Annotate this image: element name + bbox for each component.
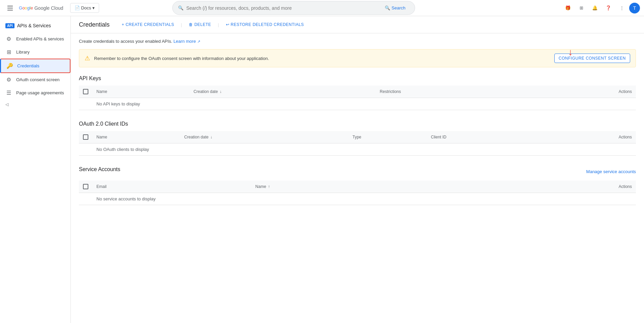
manage-service-accounts-link[interactable]: Manage service accounts bbox=[586, 169, 636, 174]
oauth-select-all-checkbox[interactable] bbox=[83, 134, 88, 140]
api-keys-empty-row: No API keys to display bbox=[79, 98, 636, 110]
sidebar-item-library[interactable]: ⊞ Library bbox=[0, 45, 70, 59]
docs-icon: 📄 bbox=[75, 5, 80, 10]
sa-email-header: Email bbox=[92, 181, 251, 193]
nav-left: Google Google Cloud 📄 Docs ▾ bbox=[4, 2, 99, 14]
sort-icon: ↓ bbox=[219, 89, 222, 94]
collapse-icon: ◁ bbox=[5, 102, 8, 107]
restore-icon: ↩ bbox=[226, 22, 230, 27]
learn-more-link[interactable]: Learn more ↗ bbox=[173, 39, 200, 44]
google-logo-g: Google bbox=[19, 5, 33, 10]
oauth-client-id-header: Client ID bbox=[427, 131, 536, 143]
api-keys-title: API Keys bbox=[79, 75, 636, 82]
sidebar-item-page-usage[interactable]: ☰ Page usage agreements bbox=[0, 86, 70, 99]
sa-name-header[interactable]: Name ↑ bbox=[251, 181, 449, 193]
oauth-sort-icon: ↓ bbox=[210, 135, 212, 139]
warning-banner: ⚠ Remember to configure the OAuth consen… bbox=[79, 49, 636, 67]
restore-credentials-button[interactable]: ↩ RESTORE DELETED CREDENTIALS bbox=[222, 20, 308, 29]
hamburger-button[interactable] bbox=[4, 2, 16, 14]
page-header: Credentials + CREATE CREDENTIALS | 🗑 DEL… bbox=[71, 16, 644, 33]
sa-actions-header: Actions bbox=[449, 181, 636, 193]
api-keys-checkbox-header bbox=[79, 86, 92, 98]
api-keys-creation-date-header[interactable]: Creation date ↓ bbox=[189, 86, 376, 98]
oauth-icon: ⚙ bbox=[5, 76, 12, 83]
search-input[interactable] bbox=[186, 5, 381, 11]
search-button-icon: 🔍 bbox=[385, 5, 390, 10]
google-cloud-logo[interactable]: Google Google Cloud bbox=[19, 5, 63, 11]
oauth-clients-empty-row: No OAuth clients to display bbox=[79, 143, 636, 156]
docs-label: Docs bbox=[81, 5, 91, 10]
info-text: Create credentials to access your enable… bbox=[79, 39, 636, 44]
avatar[interactable]: T bbox=[629, 3, 640, 13]
oauth-clients-title: OAuth 2.0 Client IDs bbox=[79, 121, 636, 127]
help-button[interactable]: ❓ bbox=[602, 2, 614, 14]
page-title: Credentials bbox=[79, 21, 110, 28]
oauth-checkbox-header bbox=[79, 131, 92, 143]
api-keys-select-all-checkbox[interactable] bbox=[83, 89, 88, 94]
delete-label: DELETE bbox=[194, 22, 211, 27]
configure-consent-screen-button[interactable]: CONFIGURE CONSENT SCREEN bbox=[554, 54, 630, 63]
sidebar-item-oauth-consent[interactable]: ⚙ OAuth consent screen bbox=[0, 73, 70, 86]
gift-button[interactable]: 🎁 bbox=[562, 2, 574, 14]
cloud-text: Google Cloud bbox=[34, 5, 63, 11]
sa-empty-text: No service accounts to display bbox=[92, 193, 636, 205]
warning-text: Remember to configure the OAuth consent … bbox=[94, 56, 269, 61]
sa-sort-icon: ↑ bbox=[268, 184, 270, 189]
sidebar-item-label: Page usage agreements bbox=[16, 90, 64, 95]
dashboard-button[interactable]: ⊞ bbox=[575, 2, 587, 14]
sidebar-item-enabled-apis[interactable]: ⚙ Enabled APIs & services bbox=[0, 32, 70, 45]
search-button-label: Search bbox=[391, 5, 405, 10]
sidebar-item-label: Credentials bbox=[17, 63, 39, 68]
restore-label: RESTORE DELETED CREDENTIALS bbox=[231, 22, 304, 27]
sidebar-item-credentials[interactable]: 🔑 Credentials bbox=[0, 59, 70, 73]
search-button[interactable]: 🔍 Search bbox=[381, 3, 409, 12]
oauth-actions-header: Actions bbox=[536, 131, 636, 143]
docs-chevron-icon: ▾ bbox=[92, 5, 95, 10]
notifications-button[interactable]: 🔔 bbox=[589, 2, 601, 14]
configure-btn-container: ↓ CONFIGURE CONSENT SCREEN bbox=[554, 54, 630, 63]
search-icon: 🔍 bbox=[178, 5, 183, 10]
api-keys-empty-text: No API keys to display bbox=[92, 98, 636, 110]
delete-button[interactable]: 🗑 DELETE bbox=[185, 20, 215, 29]
learn-more-label: Learn more bbox=[173, 39, 196, 44]
api-keys-table-body: No API keys to display bbox=[79, 98, 636, 110]
oauth-clients-table-header: Name Creation date ↓ Type Client ID bbox=[79, 131, 636, 143]
sidebar-item-label: Enabled APIs & services bbox=[16, 36, 64, 41]
library-icon: ⊞ bbox=[5, 49, 12, 55]
sidebar-collapse-button[interactable]: ◁ bbox=[0, 99, 70, 109]
enabled-apis-icon: ⚙ bbox=[5, 36, 12, 42]
api-keys-actions-header: Actions bbox=[526, 86, 636, 98]
oauth-name-header[interactable]: Name bbox=[92, 131, 180, 143]
content-body: Create credentials to access your enable… bbox=[71, 33, 644, 221]
oauth-clients-empty-text: No OAuth clients to display bbox=[92, 143, 636, 156]
nav-right: 🎁 ⊞ 🔔 ❓ ⋮ T bbox=[562, 2, 640, 14]
main-content: Credentials + CREATE CREDENTIALS | 🗑 DEL… bbox=[71, 16, 644, 323]
warning-icon: ⚠ bbox=[85, 55, 90, 62]
divider: | bbox=[181, 22, 182, 27]
service-accounts-table-body: No service accounts to display bbox=[79, 193, 636, 205]
service-accounts-table-header: Email Name ↑ Actions bbox=[79, 181, 636, 193]
oauth-clients-section: OAuth 2.0 Client IDs Name Creation date bbox=[79, 121, 636, 156]
api-badge: API bbox=[5, 23, 14, 28]
service-accounts-empty-row: No service accounts to display bbox=[79, 193, 636, 205]
sidebar-item-label: Library bbox=[16, 50, 30, 55]
api-keys-name-header[interactable]: Name bbox=[92, 86, 189, 98]
service-accounts-header: Service Accounts Manage service accounts bbox=[79, 166, 636, 176]
more-button[interactable]: ⋮ bbox=[616, 2, 628, 14]
sidebar-header: API APIs & Services bbox=[0, 19, 70, 32]
warning-left: ⚠ Remember to configure the OAuth consen… bbox=[85, 55, 269, 62]
page-usage-icon: ☰ bbox=[5, 90, 12, 96]
docs-button[interactable]: 📄 Docs ▾ bbox=[70, 3, 99, 13]
api-keys-table-header: Name Creation date ↓ Restrictions Action… bbox=[79, 86, 636, 98]
sa-select-all-checkbox[interactable] bbox=[83, 184, 88, 189]
api-keys-section: API Keys Name Creation date bbox=[79, 75, 636, 110]
create-credentials-button[interactable]: + CREATE CREDENTIALS bbox=[118, 20, 178, 29]
service-accounts-title: Service Accounts bbox=[79, 166, 120, 172]
header-actions: + CREATE CREDENTIALS | 🗑 DELETE | ↩ REST… bbox=[118, 20, 308, 29]
sidebar-item-label: OAuth consent screen bbox=[16, 77, 60, 82]
top-navigation: Google Google Cloud 📄 Docs ▾ 🔍 🔍 Search … bbox=[0, 0, 644, 16]
divider2: | bbox=[218, 22, 219, 27]
oauth-creation-date-header[interactable]: Creation date ↓ bbox=[180, 131, 348, 143]
sa-checkbox-header bbox=[79, 181, 92, 193]
service-accounts-table: Email Name ↑ Actions bbox=[79, 181, 636, 205]
